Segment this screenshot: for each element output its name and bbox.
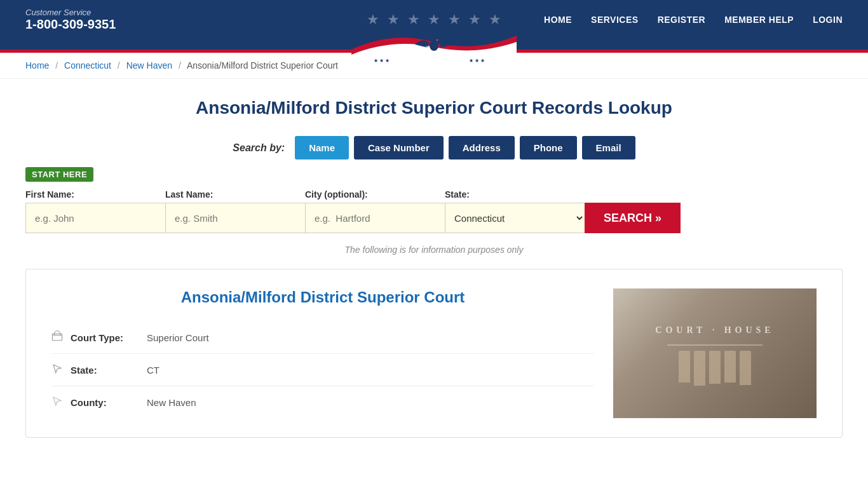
- first-name-input[interactable]: [25, 203, 165, 233]
- breadcrumb-city[interactable]: New Haven: [126, 60, 172, 71]
- site-header: Customer Service 1-800-309-9351 ★ ★ ★ ★ …: [0, 0, 868, 53]
- state-select[interactable]: Connecticut AlabamaAlaskaArizona Arkansa…: [445, 203, 585, 233]
- county-value: New Haven: [147, 397, 196, 408]
- court-type-value: Superior Court: [147, 332, 209, 343]
- info-notice: The following is for information purpose…: [25, 245, 843, 255]
- tab-address[interactable]: Address: [449, 136, 515, 159]
- header-inner: Customer Service 1-800-309-9351 ★ ★ ★ ★ …: [0, 0, 868, 32]
- court-type-label: Court Type:: [71, 332, 147, 343]
- main-nav: HOME SERVICES REGISTER MEMBER HELP LOGIN: [544, 15, 843, 25]
- search-form: First Name: Last Name: City (optional): …: [25, 189, 843, 233]
- svg-rect-4: [53, 334, 62, 341]
- page-title: Ansonia/Milford District Superior Court …: [25, 98, 843, 118]
- state-value: CT: [147, 365, 159, 376]
- last-name-input[interactable]: [165, 203, 305, 233]
- court-card: Ansonia/Milford District Superior Court …: [25, 269, 843, 438]
- breadcrumb-state[interactable]: Connecticut: [64, 60, 111, 71]
- court-type-icon: [51, 330, 71, 344]
- nav-login[interactable]: LOGIN: [813, 15, 843, 25]
- tab-email[interactable]: Email: [582, 136, 635, 159]
- city-label: City (optional):: [305, 189, 445, 200]
- main-content: Ansonia/Milford District Superior Court …: [0, 79, 868, 451]
- search-button[interactable]: SEARCH »: [585, 203, 681, 233]
- first-name-label: First Name:: [25, 189, 165, 200]
- court-detail-county: County: New Haven: [51, 386, 594, 418]
- nav-home[interactable]: HOME: [544, 15, 572, 25]
- svg-text:★ ★ ★: ★ ★ ★: [469, 58, 485, 64]
- county-label: County:: [71, 397, 147, 408]
- customer-service: Customer Service 1-800-309-9351: [25, 8, 116, 32]
- svg-point-1: [431, 37, 437, 43]
- site-logo: ★ ★ ★ ★ ★ ★: [351, 30, 517, 68]
- first-name-group: First Name:: [25, 189, 165, 233]
- nav-register[interactable]: REGISTER: [658, 15, 706, 25]
- customer-service-label: Customer Service: [25, 8, 116, 17]
- tab-case-number[interactable]: Case Number: [354, 136, 444, 159]
- city-group: City (optional):: [305, 189, 445, 233]
- tab-phone[interactable]: Phone: [520, 136, 577, 159]
- breadcrumb-home[interactable]: Home: [25, 60, 49, 71]
- state-icon: [51, 363, 71, 377]
- nav-services[interactable]: SERVICES: [591, 15, 639, 25]
- court-image-placeholder: COURT · HOUSE: [613, 288, 817, 418]
- state-group: State: Connecticut AlabamaAlaskaArizona …: [445, 189, 585, 233]
- courthouse-text: COURT · HOUSE: [655, 321, 774, 341]
- nav-member-help[interactable]: MEMBER HELP: [724, 15, 794, 25]
- tab-name[interactable]: Name: [295, 136, 349, 159]
- state-label-detail: State:: [71, 365, 147, 376]
- court-card-title: Ansonia/Milford District Superior Court: [51, 288, 594, 306]
- court-image: COURT · HOUSE: [613, 288, 817, 418]
- search-by-row: Search by: Name Case Number Address Phon…: [25, 136, 843, 159]
- logo-svg: ★ ★ ★ ★ ★ ★: [351, 30, 517, 65]
- court-detail-state: State: CT: [51, 354, 594, 386]
- court-detail-type: Court Type: Superior Court: [51, 322, 594, 354]
- court-card-left: Ansonia/Milford District Superior Court …: [51, 288, 594, 418]
- start-here-badge: START HERE: [25, 167, 93, 182]
- search-by-label: Search by:: [233, 142, 285, 154]
- breadcrumb-current: Ansonia/Milford District Superior Court: [187, 60, 338, 71]
- state-label: State:: [445, 189, 585, 200]
- city-input[interactable]: [305, 203, 445, 233]
- svg-text:★ ★ ★: ★ ★ ★: [374, 58, 390, 64]
- header-stars: ★ ★ ★ ★ ★ ★ ★: [367, 11, 501, 28]
- last-name-group: Last Name:: [165, 189, 305, 233]
- last-name-label: Last Name:: [165, 189, 305, 200]
- county-icon: [51, 395, 71, 409]
- customer-service-phone: 1-800-309-9351: [25, 17, 116, 31]
